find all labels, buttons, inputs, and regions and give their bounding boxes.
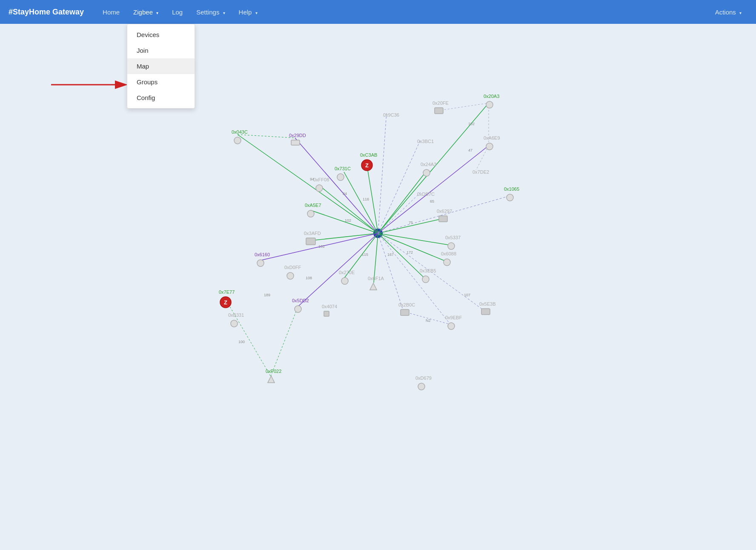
node-D0FF[interactable]: 0xD0FF bbox=[286, 272, 295, 282]
red-arrow-indicator bbox=[51, 78, 128, 91]
svg-text:172: 172 bbox=[407, 250, 413, 255]
svg-text:47: 47 bbox=[468, 148, 472, 152]
svg-text:102: 102 bbox=[345, 218, 351, 223]
svg-line-31 bbox=[404, 312, 450, 324]
svg-line-12 bbox=[378, 219, 442, 233]
node-6160[interactable]: 0x6160 bbox=[256, 259, 265, 269]
node-5337[interactable]: 0x5337 bbox=[447, 242, 455, 252]
chevron-down-icon: ▾ bbox=[156, 11, 158, 15]
chevron-down-icon: ▾ bbox=[255, 11, 258, 15]
node-DB7C[interactable]: 0xDB7C bbox=[417, 190, 435, 198]
node-731C[interactable]: 0x731C bbox=[336, 173, 345, 183]
node-270E[interactable]: 0x270E bbox=[341, 277, 349, 287]
node-5E3B[interactable]: 0x5E3B bbox=[481, 308, 490, 317]
dropdown-item-groups[interactable]: Groups bbox=[127, 74, 195, 90]
svg-line-6 bbox=[318, 185, 378, 233]
svg-text:102: 102 bbox=[468, 122, 475, 126]
node-5DD2[interactable]: 0x5DD2 bbox=[294, 305, 302, 315]
node-A5E7[interactable]: 0xA5E7 bbox=[306, 209, 315, 220]
svg-text:115: 115 bbox=[362, 252, 368, 257]
svg-point-52 bbox=[234, 137, 241, 144]
nav-item-home[interactable]: Home bbox=[97, 5, 126, 19]
svg-text:108: 108 bbox=[306, 276, 312, 280]
node-7E77[interactable]: Z 0x7E77 bbox=[220, 296, 232, 310]
svg-rect-67 bbox=[324, 311, 329, 316]
svg-text:Z: Z bbox=[365, 162, 369, 169]
dropdown-item-devices[interactable]: Devices bbox=[127, 27, 195, 43]
svg-point-56 bbox=[337, 174, 344, 180]
node-7DE2[interactable]: 0x7DE2 bbox=[472, 168, 489, 175]
node-1065[interactable]: 0x1065 bbox=[506, 193, 514, 203]
svg-point-77 bbox=[444, 259, 450, 266]
node-043C[interactable]: 0x043C bbox=[233, 136, 242, 146]
nav-item-settings[interactable]: Settings ▾ bbox=[190, 5, 231, 19]
node-20FE[interactable]: 0x20FE bbox=[434, 107, 444, 116]
svg-point-80 bbox=[448, 323, 455, 329]
svg-line-30 bbox=[271, 307, 298, 376]
svg-marker-1 bbox=[115, 80, 128, 89]
svg-line-15 bbox=[378, 233, 425, 278]
node-9C36[interactable]: 0x9C36 bbox=[383, 111, 399, 118]
svg-point-58 bbox=[307, 210, 314, 217]
svg-rect-75 bbox=[439, 216, 447, 222]
nav-item-zigbee[interactable]: Zigbee ▾ bbox=[127, 5, 164, 19]
node-6F1A[interactable]: 0x6F1A bbox=[369, 283, 377, 292]
node-FF08[interactable]: 0xFF08 bbox=[315, 184, 324, 194]
actions-menu[interactable]: Actions ▾ bbox=[709, 5, 747, 19]
node-2B0C[interactable]: 0x2B0C bbox=[400, 309, 410, 318]
svg-point-60 bbox=[257, 260, 264, 266]
map-area: 94 84 116 102 115 167 172 75 65 102 108 … bbox=[0, 24, 756, 550]
node-6088[interactable]: 0x6088 bbox=[443, 258, 451, 268]
node-D679[interactable]: 0xD679 bbox=[417, 382, 426, 392]
node-4074[interactable]: 0x4074 bbox=[324, 311, 329, 318]
node-24A3[interactable]: 0x24A3 bbox=[422, 169, 431, 179]
node-C3AB[interactable]: Z 0xC3AB bbox=[361, 159, 373, 173]
svg-text:Z: Z bbox=[224, 299, 227, 306]
node-B331[interactable]: 0xB331 bbox=[230, 319, 238, 329]
svg-point-78 bbox=[422, 276, 429, 283]
svg-line-20 bbox=[378, 146, 489, 233]
svg-text:100: 100 bbox=[238, 340, 245, 344]
node-3AFD[interactable]: 0x3AFD bbox=[306, 238, 316, 247]
svg-line-27 bbox=[378, 196, 510, 233]
dropdown-item-map[interactable]: Map bbox=[127, 58, 195, 74]
nav-item-log[interactable]: Log bbox=[166, 5, 189, 19]
node-3BC1[interactable]: 0x3BC1 bbox=[417, 137, 434, 145]
svg-line-13 bbox=[378, 233, 450, 245]
svg-line-22 bbox=[378, 140, 421, 233]
svg-line-7 bbox=[311, 210, 378, 233]
navbar: #StayHome Gateway Home Zigbee ▾ Log Sett… bbox=[0, 0, 756, 24]
svg-text:167: 167 bbox=[387, 252, 394, 257]
svg-point-73 bbox=[423, 169, 430, 176]
svg-line-16 bbox=[378, 103, 489, 233]
svg-marker-63 bbox=[370, 283, 377, 290]
svg-text:107: 107 bbox=[464, 293, 470, 297]
network-map-svg: 94 84 116 102 115 167 172 75 65 102 108 … bbox=[0, 24, 756, 550]
node-29DD[interactable]: 0x29DD bbox=[291, 140, 300, 147]
chevron-down-icon: ▾ bbox=[223, 11, 225, 15]
svg-rect-53 bbox=[291, 140, 300, 145]
dropdown-item-join[interactable]: Join bbox=[127, 43, 195, 58]
dropdown-item-config[interactable]: Config bbox=[127, 90, 195, 106]
node-6297[interactable]: 0x6297 bbox=[438, 215, 448, 224]
svg-text:116: 116 bbox=[363, 197, 369, 201]
svg-line-24 bbox=[378, 233, 404, 312]
zigbee-dropdown: Devices Join Map Groups Config bbox=[127, 24, 195, 109]
nav-item-help[interactable]: Help ▾ bbox=[233, 5, 263, 19]
svg-line-25 bbox=[378, 233, 450, 324]
svg-point-74 bbox=[507, 194, 513, 201]
svg-point-76 bbox=[448, 243, 455, 249]
node-9EBF[interactable]: 0x9EBF bbox=[447, 322, 455, 332]
svg-rect-59 bbox=[306, 238, 315, 245]
node-3EB5[interactable]: 0x3EB5 bbox=[421, 275, 430, 285]
svg-marker-69 bbox=[268, 376, 275, 383]
node-P022[interactable]: 0xP022 bbox=[267, 375, 275, 385]
svg-point-2 bbox=[374, 229, 382, 238]
svg-point-66 bbox=[295, 306, 301, 312]
svg-line-8 bbox=[315, 233, 378, 240]
node-A6E9[interactable]: 0xA6E9 bbox=[485, 142, 494, 152]
svg-text:84: 84 bbox=[343, 192, 347, 196]
svg-text:189: 189 bbox=[264, 293, 270, 297]
svg-line-14 bbox=[378, 233, 446, 261]
node-20A3[interactable]: 0x20A3 bbox=[485, 100, 494, 111]
